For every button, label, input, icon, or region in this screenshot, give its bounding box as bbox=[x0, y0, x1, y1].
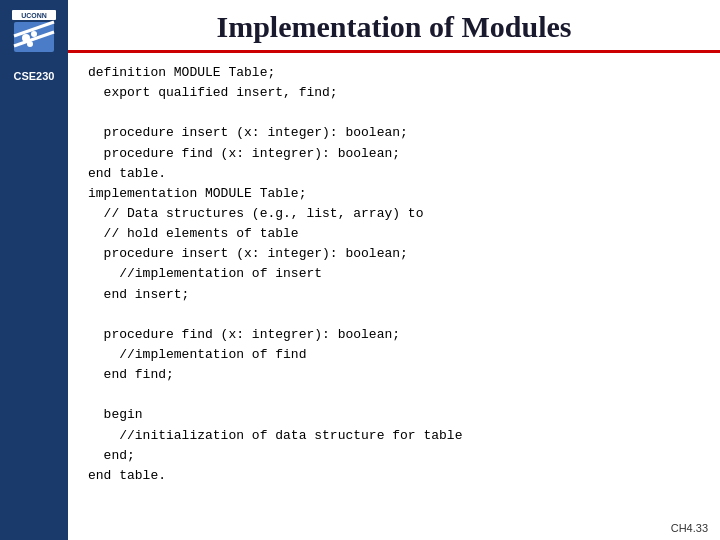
uconn-logo-icon: UCONN bbox=[10, 8, 58, 56]
code-block: definition MODULE Table; export qualifie… bbox=[88, 63, 700, 486]
svg-point-6 bbox=[31, 31, 37, 37]
code-area: definition MODULE Table; export qualifie… bbox=[68, 53, 720, 540]
main-content: Implementation of Modules definition MOD… bbox=[68, 0, 720, 540]
course-label: CSE230 bbox=[14, 70, 55, 82]
slide-number: CH4.33 bbox=[671, 522, 708, 534]
sidebar: UCONN CSE230 bbox=[0, 0, 68, 540]
slide-header: Implementation of Modules bbox=[68, 0, 720, 53]
svg-point-7 bbox=[27, 41, 33, 47]
logo-area: UCONN CSE230 bbox=[10, 8, 58, 82]
svg-text:UCONN: UCONN bbox=[21, 12, 47, 19]
slide-title: Implementation of Modules bbox=[88, 10, 700, 44]
svg-point-5 bbox=[22, 34, 30, 42]
